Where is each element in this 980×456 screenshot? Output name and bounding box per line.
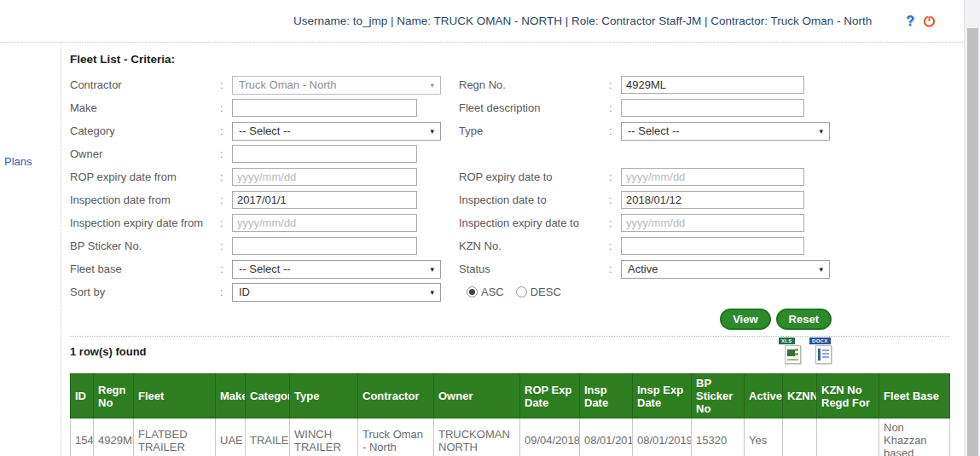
dropdown-arrow-icon: ▾ <box>430 127 434 136</box>
colon: : <box>609 78 621 91</box>
rop-expiry-from-label: ROP expiry date from <box>70 170 220 183</box>
sort-by-label: Sort by <box>70 286 220 298</box>
cell-kznno <box>783 418 817 456</box>
export-docx-icon[interactable]: DOCX <box>809 338 832 364</box>
dropdown-arrow-icon: ▾ <box>819 265 823 274</box>
inspection-date-to-input[interactable] <box>621 191 804 209</box>
colon: : <box>220 216 232 229</box>
dropdown-arrow-icon: ▾ <box>430 265 434 274</box>
reset-button[interactable]: Reset <box>776 309 832 330</box>
form-row: Contractor : Truck Oman - North ▾ Regn N… <box>70 73 980 96</box>
fleet-base-label: Fleet base <box>70 263 220 275</box>
cell-kzn-no-regd-for <box>817 418 879 456</box>
fleet-table: ID Regn No Fleet Make Category Type Cont… <box>70 373 950 456</box>
fleet-base-select-value: -- Select -- <box>239 263 291 275</box>
desc-radio[interactable] <box>516 286 527 297</box>
export-xls-icon[interactable]: XLS <box>779 338 801 364</box>
inspection-expiry-from-label: Inspection expiry date from <box>70 216 220 229</box>
type-select[interactable]: -- Select -- ▾ <box>621 122 830 141</box>
kzn-no-label: KZN No. <box>459 240 609 252</box>
col-header-kzn-no-regd-for: KZN No Regd For <box>817 374 879 418</box>
form-row: Fleet base : -- Select -- ▾ Status : Act… <box>70 257 980 280</box>
status-select[interactable]: Active ▾ <box>621 260 830 279</box>
inspection-date-from-input[interactable] <box>232 191 417 209</box>
docx-badge: DOCX <box>809 338 831 344</box>
col-header-owner: Owner <box>434 374 520 418</box>
form-row: BP Sticker No. : KZN No. : <box>70 234 980 257</box>
top-header: Username: to_jmp | Name: TRUCK OMAN - NO… <box>0 0 980 43</box>
sort-by-select[interactable]: ID ▾ <box>232 283 441 302</box>
bp-sticker-input[interactable] <box>232 237 417 255</box>
sort-by-select-value: ID <box>239 286 250 298</box>
contractor-select[interactable]: Truck Oman - North ▾ <box>232 76 441 95</box>
col-header-contractor: Contractor <box>358 374 434 418</box>
colon: : <box>220 170 232 183</box>
asc-radio[interactable] <box>467 286 478 297</box>
colon: : <box>609 101 621 114</box>
fleet-description-label: Fleet description <box>459 101 609 114</box>
xls-sheet-glyph <box>785 345 801 364</box>
help-icon[interactable]: ? <box>906 14 914 29</box>
cell-id: 1544 <box>71 418 94 456</box>
scrollbar-thumb[interactable] <box>967 28 978 456</box>
colon: : <box>220 147 232 160</box>
make-input[interactable] <box>232 99 417 117</box>
logout-power-icon[interactable] <box>923 14 936 27</box>
sidebar-item-plans[interactable]: Plans <box>4 155 32 168</box>
dropdown-arrow-icon: ▾ <box>430 81 434 89</box>
inspection-expiry-from-input[interactable] <box>232 214 417 232</box>
kzn-no-input[interactable] <box>621 237 804 255</box>
rop-expiry-to-label: ROP expiry date to <box>459 170 609 183</box>
cell-active: Yes <box>745 418 783 456</box>
colon: : <box>220 263 232 275</box>
main-content: Fleet List - Criteria: Contractor : Truc… <box>61 43 980 456</box>
status-label: Status <box>459 263 609 275</box>
inspection-date-to-label: Inspection date to <box>459 193 609 206</box>
owner-input[interactable] <box>232 145 417 163</box>
table-header-row: ID Regn No Fleet Make Category Type Cont… <box>71 374 950 418</box>
fleet-description-input[interactable] <box>621 99 804 117</box>
col-header-insp-date: Insp Date <box>580 374 633 418</box>
regn-no-input[interactable] <box>621 76 804 94</box>
dropdown-arrow-icon: ▾ <box>819 127 823 136</box>
cell-make: UAE <box>216 418 246 456</box>
vertical-scrollbar[interactable] <box>964 0 980 456</box>
inspection-expiry-to-label: Inspection expiry date to <box>459 216 609 229</box>
sort-desc-option[interactable]: DESC <box>516 286 561 298</box>
rop-expiry-from-input[interactable] <box>232 168 417 186</box>
colon: : <box>609 240 621 252</box>
category-label: Category <box>70 124 220 137</box>
form-row: Make : Fleet description : <box>70 96 980 119</box>
sort-asc-option[interactable]: ASC <box>467 286 504 298</box>
cell-insp-date: 08/01/2018 <box>580 418 633 456</box>
col-header-bp-sticker-no: BP Sticker No <box>692 374 745 418</box>
form-row: Inspection expiry date from : Inspection… <box>70 211 980 234</box>
inspection-expiry-to-input[interactable] <box>621 214 804 232</box>
col-header-insp-exp-date: Insp Exp Date <box>633 374 692 418</box>
contractor-select-value: Truck Oman - North <box>239 78 336 91</box>
table-row: 1544 4929ML FLATBED TRAILER UAE TRAILER … <box>71 418 950 456</box>
category-select[interactable]: -- Select -- ▾ <box>232 122 441 141</box>
cell-contractor: Truck Oman - North <box>358 418 434 456</box>
inspection-date-from-label: Inspection date from <box>70 193 220 206</box>
cell-category: TRAILER <box>246 418 290 456</box>
col-header-fleet: Fleet <box>134 374 216 418</box>
user-info-text: Username: to_jmp | Name: TRUCK OMAN - NO… <box>293 14 872 27</box>
desc-radio-label: DESC <box>531 286 561 298</box>
colon: : <box>220 240 232 252</box>
fleet-base-select[interactable]: -- Select -- ▾ <box>232 260 441 279</box>
rop-expiry-to-input[interactable] <box>621 168 804 186</box>
xls-badge: XLS <box>779 338 795 344</box>
asc-radio-label: ASC <box>481 286 504 298</box>
colon: : <box>609 170 621 183</box>
category-select-value: -- Select -- <box>239 124 291 137</box>
view-button[interactable]: View <box>720 309 770 330</box>
results-count: 1 row(s) found <box>70 337 147 358</box>
col-header-fleet-base: Fleet Base <box>879 374 950 418</box>
colon: : <box>220 286 232 298</box>
col-header-category: Category <box>246 374 290 418</box>
col-header-make: Make <box>216 374 246 418</box>
col-header-id: ID <box>71 374 94 418</box>
col-header-rop-exp-date: ROP Exp Date <box>520 374 580 418</box>
make-label: Make <box>70 101 220 114</box>
